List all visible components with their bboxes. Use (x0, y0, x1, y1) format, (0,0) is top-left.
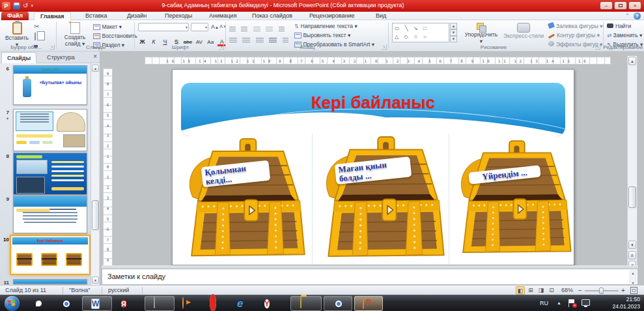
layout-button[interactable]: Макет ▾ (93, 23, 122, 30)
replace-button[interactable]: ⇄ Заменить ▾ (607, 32, 642, 38)
panel-scroll-up-icon[interactable]: ▲ (92, 65, 99, 72)
horizontal-ruler[interactable]: 16 15 14 13 12 11 10 9 8 7 6 5 4 3 2 1 0… (145, 57, 611, 65)
language-indicator[interactable]: русский (108, 287, 129, 293)
new-slide-button[interactable]: Создать слайд ▾ (60, 22, 90, 47)
normal-view-icon[interactable]: ◧ (516, 286, 525, 295)
thumbnail-slide-7[interactable] (13, 109, 87, 151)
panel-scroll-thumb[interactable] (92, 200, 99, 230)
notes-scrollbar[interactable]: ▲▼ (629, 270, 637, 284)
scroll-up-icon[interactable]: ▲ (628, 57, 636, 65)
taskbar-opera-icon[interactable] (210, 297, 216, 309)
thumbnail-slide-11[interactable] (13, 279, 87, 284)
bullets-icon[interactable] (229, 27, 236, 33)
columns-icon[interactable] (283, 38, 288, 44)
close-button[interactable]: × (628, 1, 641, 10)
taskbar-chrome-window-button[interactable] (324, 296, 352, 311)
tab-review[interactable]: Рецензирование (303, 12, 361, 20)
drawing-dialog-launcher[interactable]: ↘ (595, 44, 600, 50)
reset-button[interactable]: Восстановить (93, 33, 137, 39)
network-icon[interactable] (581, 299, 590, 306)
reading-view-icon[interactable]: ◨ (537, 286, 546, 295)
cut-icon[interactable]: ✂ (34, 23, 39, 30)
align-center-icon[interactable] (242, 38, 250, 44)
notes-pane[interactable]: Заметки к слайду ▲▼ (102, 269, 638, 285)
taskbar-media-player-icon[interactable] (182, 297, 184, 309)
align-text-button[interactable]: Выровнять текст ▾ (294, 32, 350, 38)
font-dialog-launcher[interactable]: ↘ (219, 44, 224, 50)
taskbar-powerpoint-button-active[interactable] (354, 296, 383, 311)
find-button[interactable]: Найти (607, 23, 631, 29)
zoom-slider-thumb[interactable] (599, 288, 604, 294)
fit-to-window-icon[interactable] (630, 287, 637, 294)
decrease-indent-icon[interactable] (253, 27, 260, 33)
shapes-scroll-down-icon[interactable]: ▼ (450, 29, 457, 36)
slideshow-view-icon[interactable]: ⊡ (547, 286, 556, 295)
align-right-icon[interactable] (256, 38, 264, 44)
copy-icon[interactable] (35, 33, 36, 40)
shapes-more-icon[interactable]: ▼ (450, 36, 457, 42)
zoom-in-icon[interactable]: + (621, 287, 625, 294)
thumbnail-slide-9[interactable] (13, 196, 87, 233)
slide-sorter-view-icon[interactable]: ⊞ (526, 286, 535, 295)
tab-design[interactable]: Дизайн (121, 12, 152, 20)
panel-scrollbar[interactable]: ▲ ▼ (91, 63, 99, 285)
main-scrollbar[interactable]: ▲ ▼ « « (627, 55, 637, 271)
text-direction-button[interactable]: ⇅ Направление текста ▾ (294, 23, 357, 29)
justify-icon[interactable] (269, 38, 277, 44)
tab-file[interactable]: Файл (1, 12, 29, 20)
minimize-button[interactable]: – (600, 1, 613, 10)
taskbar-explorer-button[interactable] (290, 296, 322, 311)
chest-3[interactable]: Үйрендім ... (457, 139, 576, 256)
help-icon[interactable]: ? (634, 12, 641, 20)
slide-title-banner[interactable]: Кері байланыс (181, 83, 565, 136)
restore-button[interactable] (614, 1, 627, 10)
shape-outline-button[interactable]: Контур фигуры ▾ (548, 32, 600, 38)
tab-outline[interactable]: Структура (42, 52, 80, 63)
action-center-flag-icon[interactable]: × (568, 299, 575, 307)
scroll-down-icon[interactable]: ▼ (628, 241, 636, 249)
start-button[interactable] (5, 296, 20, 311)
chest-1[interactable]: Қолымнан келді... (185, 138, 310, 259)
theme-name[interactable]: "Волна" (69, 287, 90, 293)
taskbar-internet-explorer-icon[interactable]: e (237, 297, 243, 310)
taskbar-app-button[interactable] (145, 296, 175, 311)
tab-transitions[interactable]: Переходы (159, 12, 198, 20)
tray-clock[interactable]: 21:5024.01.2023 (612, 296, 640, 310)
zoom-out-icon[interactable]: − (578, 287, 582, 294)
font-size-combo[interactable]: ▾ (191, 23, 208, 31)
tab-insert[interactable]: Вставка (79, 12, 113, 20)
slide-canvas[interactable]: Кері байланыс (172, 69, 574, 265)
chest-2[interactable]: Маған қиын болды ... (321, 136, 450, 259)
clipboard-dialog-launcher[interactable]: ↘ (49, 44, 55, 50)
taskbar-yandex-browser-icon[interactable]: Я (121, 297, 126, 310)
align-left-icon[interactable] (229, 38, 237, 44)
shape-fill-button[interactable]: Заливка фигуры ▾ (548, 23, 603, 29)
tab-slideshow[interactable]: Показ слайдов (246, 12, 298, 20)
previous-slide-button[interactable]: « (628, 251, 636, 259)
arrange-button[interactable]: Упорядочить▾ (461, 23, 501, 44)
shapes-gallery[interactable]: ▭ ╲ ↘ □ △ ◇ ☆ ○ (392, 23, 449, 42)
numbering-icon[interactable] (241, 27, 247, 33)
zoom-slider[interactable] (585, 290, 619, 291)
notes-scroll-up-icon[interactable]: ▲ (629, 271, 637, 275)
increase-indent-icon[interactable] (266, 27, 273, 33)
tray-expand-icon[interactable]: ▲ (557, 301, 561, 305)
panel-close-icon[interactable]: × (93, 53, 97, 60)
collapse-ribbon-icon[interactable]: ⌃ (625, 13, 630, 19)
taskbar-word-button[interactable]: W (82, 296, 112, 311)
panel-scroll-down-icon[interactable]: ▼ (92, 276, 99, 284)
line-spacing-icon[interactable] (279, 27, 285, 33)
tab-slides[interactable]: Слайды (1, 52, 36, 63)
thumbnail-slide-10-selected[interactable]: Кері байланыс (10, 235, 91, 275)
tab-home[interactable]: Главная (34, 12, 71, 20)
taskbar-yandex-icon[interactable]: Y (264, 297, 270, 310)
grow-font-icon[interactable]: A▲ (211, 23, 219, 30)
font-name-combo[interactable]: ▾ (138, 23, 189, 31)
thumbnail-slide-6[interactable]: Сергіту сәті «Бутылка» ойыны (13, 65, 87, 105)
vertical-ruler[interactable]: 9 8 7 6 5 4 3 2 1 0 1 2 3 4 5 6 7 8 9 (103, 68, 113, 266)
language-tray-indicator[interactable]: RU (540, 300, 548, 306)
scroll-thumb[interactable] (628, 186, 636, 208)
thumbnail-slide-8[interactable] (13, 153, 87, 195)
quick-styles-button[interactable]: Экспресс-стили (503, 23, 544, 39)
shapes-scroll-up-icon[interactable]: ▲ (450, 23, 457, 29)
